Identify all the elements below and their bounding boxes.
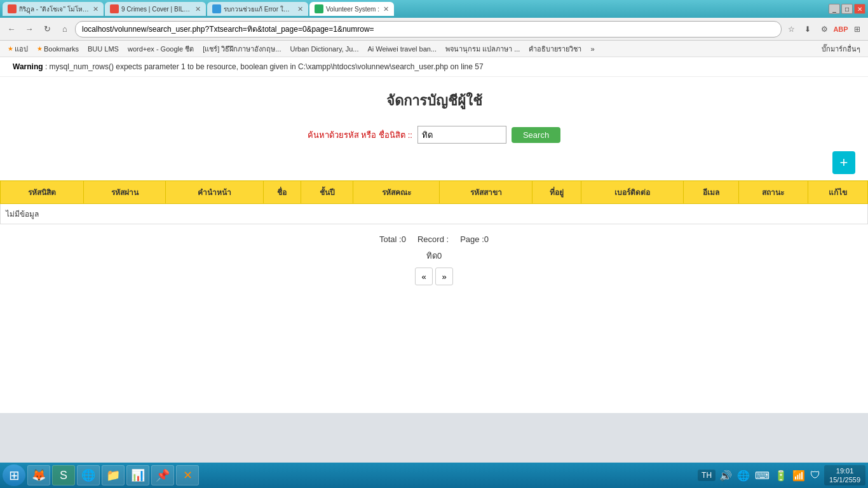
tab-2[interactable]: 9 Crimes | Cover | BILLi... ✕ (105, 2, 206, 16)
taskbar-app-2[interactable]: 📊 (126, 465, 149, 485)
taskbar-lang: TH (698, 470, 715, 481)
col-status: สถานะ (738, 181, 808, 204)
address-icons: ☆ ⬇ ⚙ ABP ⊞ (784, 22, 864, 36)
taskbar-keyboard-icon[interactable]: ⌨ (754, 470, 771, 482)
no-data-row: ไม่มีข้อมูล (1, 204, 868, 224)
address-bar: ← → ↻ ⌂ ☆ ⬇ ⚙ ABP ⊞ (0, 18, 868, 41)
no-data-cell: ไม่มีข้อมูล (1, 204, 868, 224)
taskbar-volume-icon[interactable]: 🔊 (718, 470, 733, 482)
bookmark-dict[interactable]: พจนานุกรม แปลภาษา ... (443, 42, 522, 56)
col-year: ชั้นปี (301, 181, 353, 204)
bookmarks-bar: ★ แอป ★ Bookmarks BUU LMS word+ex - Goog… (0, 41, 868, 57)
warning-bar: Warning : mysql_num_rows() expects param… (0, 57, 868, 77)
taskbar-network-icon[interactable]: 🌐 (736, 470, 751, 482)
tab-1-label: กิริฎุล - "ติงโชเจ" โม่โห จาก... (19, 4, 89, 14)
download-icon[interactable]: ⬇ (801, 22, 815, 36)
taskbar-battery-icon[interactable]: 🔋 (773, 470, 789, 482)
home-button[interactable]: ⌂ (57, 22, 72, 37)
forward-button[interactable]: → (22, 22, 37, 37)
other-bookmarks-label: บั๊กมาร์กอื่นๆ (822, 43, 860, 55)
address-input[interactable] (75, 21, 782, 37)
bookmark-urban-dict[interactable]: Urban Dictionary, Ju... (287, 44, 361, 54)
bookmark-other[interactable]: บั๊กมาร์กอื่นๆ (819, 42, 863, 56)
col-password: รหัสผ่าน (84, 181, 166, 204)
tab-4-label: Volunteer System : (326, 6, 379, 13)
col-prefix: คำนำหน้า (166, 181, 264, 204)
title-bar: กิริฎุล - "ติงโชเจ" โม่โห จาก... ✕ 9 Cri… (0, 0, 868, 18)
close-button[interactable]: ✕ (854, 4, 865, 14)
col-edit: แก้ไข (808, 181, 867, 204)
tab-3[interactable]: รบกวนช่วยแก้ Error ให้ทีค... ✕ (207, 2, 308, 16)
chrome-menu-icon[interactable]: ⚙ (817, 22, 831, 36)
add-button-wrapper: + (0, 151, 868, 180)
thai-share-label: [แชร์] วิธีฝึกภาษาอังกฤษ... (203, 43, 281, 55)
pagination-detail: ทิด0 (0, 249, 868, 262)
search-section: ค้นหาด้วยรหัส หรือ ชื่อนิสิต :: Search (0, 118, 868, 151)
start-button[interactable]: ⊞ (3, 464, 25, 486)
col-contact: เบอร์ติดต่อ (581, 181, 684, 204)
bookmark-apps-label: แอป (15, 43, 28, 55)
taskbar-wifi-icon[interactable]: 📶 (791, 470, 806, 482)
bookmark-course-desc[interactable]: คำอธิบายรายวิชา (526, 42, 584, 56)
tab-2-favicon (110, 4, 119, 13)
add-user-button[interactable]: + (832, 151, 855, 174)
tab-4-favicon (315, 4, 323, 13)
course-desc-label: คำอธิบายรายวิชา (529, 43, 581, 55)
taskbar-app-3[interactable]: 📌 (151, 465, 174, 485)
tab-4-close[interactable]: ✕ (383, 5, 389, 13)
tab-3-label: รบกวนช่วยแก้ Error ให้ทีค... (224, 4, 294, 14)
warning-text: : mysql_num_rows() expects parameter 1 t… (45, 62, 484, 71)
window-controls: _ □ ✕ (829, 4, 865, 14)
taskbar-files[interactable]: 📁 (102, 465, 125, 485)
tab-3-close[interactable]: ✕ (297, 5, 303, 13)
taskbar-firefox[interactable]: 🦊 (27, 465, 50, 485)
search-button[interactable]: Search (512, 127, 560, 143)
tab-3-favicon (212, 4, 221, 13)
tab-2-close[interactable]: ✕ (195, 5, 201, 13)
taskbar-time: 19:01 (829, 466, 860, 475)
bookmark-apps[interactable]: ★ แอป (5, 42, 31, 56)
word-ex-label: word+ex - Google ชีต (128, 43, 194, 55)
taskbar-clock[interactable]: 19:01 15/1/2559 (824, 465, 865, 486)
next-page-button[interactable]: » (435, 268, 453, 285)
bookmark-thai-share[interactable]: [แชร์] วิธีฝึกภาษาอังกฤษ... (200, 42, 283, 56)
tab-4-active[interactable]: Volunteer System : ✕ (309, 2, 394, 16)
tab-1-close[interactable]: ✕ (93, 5, 98, 13)
tab-1-favicon (8, 4, 17, 13)
taskbar-right: TH 🔊 🌐 ⌨ 🔋 📶 🛡 19:01 15/1/2559 (698, 465, 865, 486)
refresh-button[interactable]: ↻ (39, 22, 55, 37)
urban-dict-label: Urban Dictionary, Ju... (290, 45, 358, 53)
bookmark-more[interactable]: » (588, 44, 597, 54)
ai-weiwei-label: Ai Weiwei travel ban... (367, 45, 437, 53)
warning-prefix: Warning (13, 62, 43, 71)
dict-label: พจนานุกรม แปลภาษา ... (445, 43, 520, 55)
tab-1[interactable]: กิริฎุล - "ติงโชเจ" โม่โห จาก... ✕ (3, 2, 104, 16)
minimize-button[interactable]: _ (829, 4, 840, 14)
star-icon[interactable]: ☆ (784, 22, 798, 36)
bookmark-buu-lms[interactable]: BUU LMS (85, 44, 121, 54)
page-label: Page :0 (460, 234, 489, 244)
bookmark-bookmarks-label: Bookmarks (44, 45, 79, 53)
bookmark-bookmarks[interactable]: ★ Bookmarks (34, 44, 81, 54)
search-input[interactable] (417, 126, 506, 144)
taskbar-chrome[interactable]: 🌐 (77, 465, 100, 485)
maximize-button[interactable]: □ (841, 4, 853, 14)
prev-page-button[interactable]: « (415, 268, 433, 285)
col-name: ชื่อ (263, 181, 301, 204)
taskbar-app-1[interactable]: S (52, 465, 75, 485)
more-bookmarks-label: » (590, 45, 594, 53)
bookmark-word-ex[interactable]: word+ex - Google ชีต (125, 42, 196, 56)
col-faculty-id: รหัสคณะ (353, 181, 439, 204)
bookmark-ai-weiwei[interactable]: Ai Weiwei travel ban... (365, 44, 439, 54)
col-branch-id: รหัสสาขา (440, 181, 532, 204)
search-label: ค้นหาด้วยรหัส หรือ ชื่อนิสิต :: (308, 128, 412, 142)
pagination-section: Total :0 Record : Page :0 ทิด0 « » (0, 224, 868, 295)
extension-icon[interactable]: ⊞ (850, 22, 864, 36)
adblock-icon[interactable]: ABP (834, 22, 848, 36)
total-label: Total :0 (379, 234, 406, 244)
taskbar-xampp[interactable]: ✕ (176, 465, 199, 485)
col-address: ที่อยู่ (532, 181, 581, 204)
taskbar: ⊞ 🦊 S 🌐 📁 📊 📌 ✕ TH 🔊 🌐 ⌨ 🔋 📶 🛡 19:01 15/… (0, 463, 868, 488)
pagination-info: Total :0 Record : Page :0 (0, 234, 868, 244)
back-button[interactable]: ← (4, 22, 19, 37)
